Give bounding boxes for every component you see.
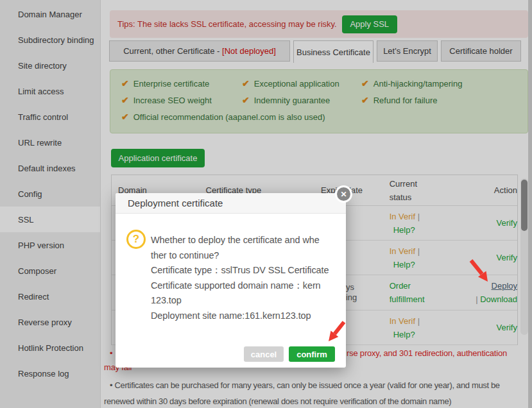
confirm-button[interactable]: confirm	[289, 346, 335, 362]
close-button[interactable]: ✕	[335, 185, 352, 203]
question-icon: ?	[126, 230, 146, 249]
dialog-footer: cancel confirm	[244, 346, 335, 362]
dialog-message: Whether to deploy the certificate and wh…	[151, 233, 337, 323]
close-icon: ✕	[337, 187, 350, 201]
deployment-certificate-dialog: Deployment certificate ✕ ? Whether to de…	[116, 193, 346, 368]
dialog-header: Deployment certificate	[116, 193, 346, 214]
dialog-title: Deployment certificate	[128, 198, 223, 208]
cancel-button[interactable]: cancel	[244, 346, 284, 362]
